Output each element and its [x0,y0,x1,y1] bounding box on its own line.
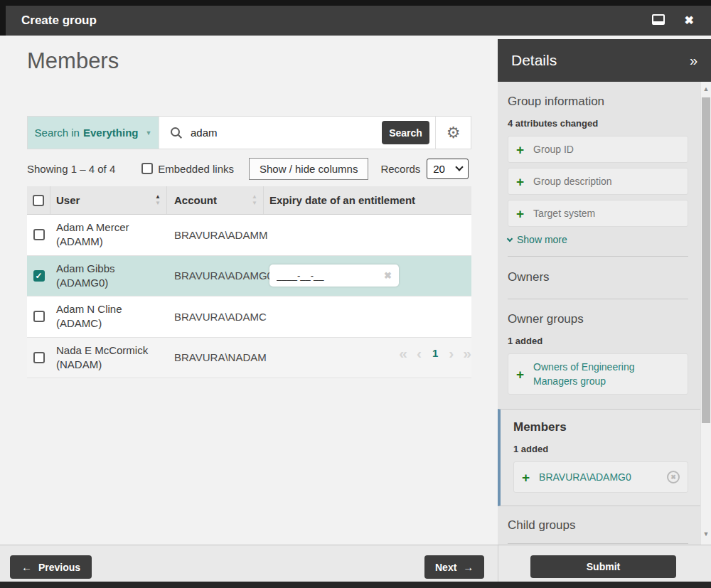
search-settings-button[interactable]: ⚙ [436,117,471,149]
account-cell: BRAVURA\ADAMC [167,311,264,323]
search-button[interactable]: Search [382,121,429,144]
arrow-left-icon: ← [21,562,32,572]
window-frame-bottom [0,582,711,588]
create-group-dialog: Create group ✖ Members Search in Everyth… [0,0,711,588]
members-added-count: 1 added [513,444,688,454]
arrow-right-icon: → [463,562,474,572]
user-cell: Adam A Mercer (ADAMM) [50,215,167,255]
member-link[interactable]: BRAVURA\ADAMG0 [539,470,631,484]
close-icon[interactable]: ✖ [685,15,694,26]
row-checkbox[interactable] [33,311,45,322]
previous-page-icon[interactable]: ‹ [417,346,422,360]
caret-down-icon: ▼ [145,129,151,137]
footer-divider [498,545,498,582]
embedded-links-checkbox[interactable]: Embedded links [141,163,234,175]
last-page-icon[interactable]: » [463,346,471,360]
expiry-date-input[interactable] [277,270,384,281]
scroll-down-icon[interactable]: ▼ [701,530,711,538]
chevron-down-icon [456,163,464,171]
user-cell: Adam N Cline (ADAMC) [50,296,167,337]
user-cell: Adam Gibbs (ADAMG0) [50,256,167,296]
submit-button[interactable]: Submit [530,555,676,578]
row-checkbox[interactable] [33,229,45,240]
records-label: Records [380,163,420,175]
attribute-label: Group description [533,176,612,187]
plus-icon: + [516,207,524,220]
section-title-members: Members [513,420,688,434]
attribute-label: Target system [533,208,595,219]
account-cell: BRAVURA\ADAMM [167,229,264,241]
search-field: Search [159,117,435,149]
column-header-expiry: Expiry date of an entitlement [264,186,471,214]
records-per-page-select[interactable]: 20 [427,159,469,179]
search-scope-dropdown[interactable]: Search in Everything ▼ [28,117,159,149]
footer-bar: ← Previous Next → Submit [0,545,711,582]
scrollbar-thumb[interactable] [702,97,710,423]
collapse-panel-icon[interactable]: » [690,53,697,69]
details-title: Details [511,52,557,69]
attribute-card: + Group description [508,168,688,195]
table-row: Adam A Mercer (ADAMM) BRAVURA\ADAMM [27,215,471,256]
section-divider [508,543,688,544]
section-divider [508,256,688,257]
attribute-card: + Group ID [508,136,688,163]
section-title-child-groups: Child groups [508,518,688,533]
details-scrollbar[interactable]: ▲ ▼ [700,82,711,545]
select-all-checkbox[interactable] [33,195,44,206]
results-toolbar: Showing 1 – 4 of 4 Embedded links Show /… [27,157,471,180]
show-hide-columns-button[interactable]: Show / hide columns [249,158,368,180]
previous-button[interactable]: ← Previous [10,555,92,579]
expiry-cell: ✖ [264,264,471,287]
search-scope-prefix: Search in [35,127,80,139]
members-section-active: Members 1 added + BRAVURA\ADAMG0 ✖ [498,409,700,506]
plus-icon: + [516,368,524,381]
search-icon [170,127,183,139]
section-title-owner-groups: Owner groups [508,312,688,326]
checkbox-icon [141,163,153,174]
clear-date-icon[interactable]: ✖ [384,270,392,281]
pagination: « ‹ 1 › » [27,346,471,360]
owner-groups-added-count: 1 added [508,336,688,346]
account-cell: BRAVURA\ADAMG0 [167,269,264,282]
window-title: Create group [21,14,97,28]
owner-group-link[interactable]: Owners of Engineering Managers group [533,360,680,389]
select-all-cell [27,186,50,214]
sort-icon: ▲▼ [252,194,257,206]
expiry-date-input-wrap: ✖ [269,264,399,287]
attributes-changed-count: 4 attributes changed [508,118,688,129]
plus-icon: + [516,143,524,156]
search-scope-value: Everything [83,127,139,139]
current-page[interactable]: 1 [432,347,438,359]
chevron-down-icon [507,235,513,241]
next-button[interactable]: Next → [424,555,484,579]
records-value: 20 [433,163,445,175]
details-panel-header: Details » [498,39,711,82]
member-card: + BRAVURA\ADAMG0 ✖ [513,461,688,493]
column-header-user[interactable]: User ▲▼ [50,186,167,214]
window-frame-top [0,0,711,6]
first-page-icon[interactable]: « [399,346,407,360]
column-header-account[interactable]: Account ▲▼ [167,186,264,214]
next-page-icon[interactable]: › [449,346,454,360]
table-row: Adam N Cline (ADAMC) BRAVURA\ADAMC [27,296,471,338]
search-input[interactable] [191,127,374,139]
remove-member-icon[interactable]: ✖ [667,471,680,483]
section-divider [508,299,688,299]
gear-icon: ⚙ [447,125,461,141]
show-more-link[interactable]: Show more [508,234,688,245]
plus-icon: + [522,471,530,484]
titlebar: Create group ✖ [0,6,711,36]
scroll-up-icon[interactable]: ▲ [701,85,711,92]
maximize-button[interactable] [652,14,665,28]
attribute-label: Group ID [533,144,574,155]
section-title-owners: Owners [508,270,688,284]
section-title-group-information: Group information [508,95,688,109]
attribute-card: + Target system [508,200,688,227]
page-title: Members [27,48,119,74]
search-bar: Search in Everything ▼ Search ⚙ [27,116,471,149]
table-row-selected: ✓ Adam Gibbs (ADAMG0) BRAVURA\ADAMG0 ✖ [27,256,471,297]
embedded-links-label: Embedded links [158,163,234,175]
plus-icon: + [516,175,524,188]
showing-count: Showing 1 – 4 of 4 [27,163,115,175]
row-checkbox-checked[interactable]: ✓ [33,270,45,282]
